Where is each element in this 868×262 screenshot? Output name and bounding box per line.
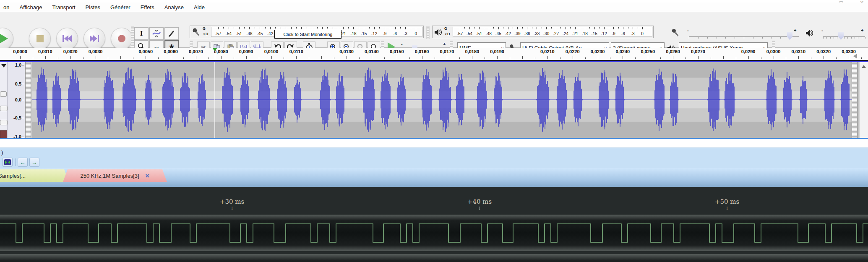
play-meter-right-label: ▼D bbox=[444, 32, 450, 36]
vertical-ruler[interactable]: 1,00,50,0-0,5-1,0 bbox=[8, 62, 25, 138]
meter-tick bbox=[527, 27, 527, 29]
recording-volume-slider[interactable] bbox=[689, 36, 799, 37]
meter-scale-label: -51 bbox=[236, 31, 242, 36]
tab-2[interactable]: 250 KHz,1M Samples[3]✕ bbox=[63, 169, 167, 182]
rec-vol-minus: - bbox=[687, 28, 689, 33]
slider-tick bbox=[847, 37, 848, 39]
vertical-scrollbar[interactable] bbox=[859, 62, 868, 138]
play-meter-left-label: G bbox=[444, 27, 447, 31]
ruler-major-tick bbox=[447, 56, 447, 59]
ruler-minor-tick bbox=[510, 57, 510, 59]
ruler-minor-tick bbox=[560, 57, 560, 59]
meter-minor-tick bbox=[327, 27, 328, 29]
stop-button[interactable] bbox=[29, 28, 51, 49]
vruler-label: -0,5 bbox=[13, 115, 21, 120]
menu-item-on[interactable]: on bbox=[3, 4, 9, 10]
ruler-major-tick bbox=[146, 56, 146, 59]
meter-gripper[interactable] bbox=[426, 26, 430, 39]
slider-tick bbox=[753, 37, 753, 39]
slider-tick bbox=[851, 37, 852, 39]
menu-item-transport[interactable]: Transport bbox=[52, 4, 75, 10]
meter-scale-label: -9 bbox=[612, 31, 615, 36]
menu-item-analyse[interactable]: Analyse bbox=[164, 4, 184, 10]
toolbar-dock: I↔* G ▼D -57-54-51-48-45-42-39-36-33-30-… bbox=[0, 12, 868, 48]
ruler-label: 0,0310 bbox=[792, 49, 806, 54]
slider-tick bbox=[826, 37, 827, 39]
pinned-head-icon[interactable] bbox=[853, 54, 857, 59]
recording-volume-thumb[interactable] bbox=[787, 32, 792, 40]
clip-left-grip[interactable] bbox=[25, 62, 31, 138]
meter-tick bbox=[343, 27, 344, 29]
meter-minor-tick bbox=[560, 27, 561, 29]
waveform-svg[interactable] bbox=[32, 62, 852, 138]
meter-scale-label: -42 bbox=[267, 31, 273, 36]
time-label-text: +40 ms bbox=[467, 198, 492, 205]
skip-to-end-button[interactable] bbox=[83, 28, 105, 49]
meter-scale-label: -39 bbox=[514, 31, 520, 36]
ruler-major-tick bbox=[648, 56, 648, 59]
meter-tick bbox=[604, 27, 605, 29]
ruler-minor-tick bbox=[610, 57, 610, 59]
track-menu-dropdown-icon[interactable] bbox=[1, 64, 6, 67]
tab-1[interactable]: Samples[... bbox=[0, 169, 69, 182]
meter-tick bbox=[218, 27, 219, 29]
ruler-major-tick bbox=[623, 56, 623, 59]
timeline-ruler[interactable]: 0,00000,00100,00200,00300,00500,00600,00… bbox=[0, 48, 868, 61]
slider-tick bbox=[717, 37, 717, 39]
play-meter-strip[interactable]: -57-54-51-48-45-42-39-36-33-30-27-24-21-… bbox=[453, 27, 652, 37]
meter-tick bbox=[594, 27, 595, 29]
slider-tick bbox=[780, 37, 781, 39]
envelope-tool-button[interactable] bbox=[149, 27, 164, 40]
ruler-major-tick bbox=[321, 56, 322, 59]
meter-scale-label: -27 bbox=[553, 31, 559, 36]
fit-to-window-button[interactable] bbox=[3, 158, 13, 167]
pan-slider-partial[interactable] bbox=[0, 106, 8, 111]
clip-right-grip[interactable] bbox=[852, 62, 858, 138]
draw-tool-button[interactable] bbox=[164, 27, 179, 40]
meter-scale-label: -18 bbox=[581, 31, 587, 36]
selection-tool-button[interactable]: I bbox=[134, 27, 149, 40]
meter-minor-tick bbox=[638, 27, 638, 29]
meter-minor-tick bbox=[255, 27, 255, 29]
playback-volume-thumb[interactable] bbox=[838, 32, 844, 40]
meter-tick bbox=[312, 27, 312, 29]
ruler-major-tick bbox=[422, 56, 422, 59]
ruler-major-tick bbox=[372, 56, 372, 59]
menu-item-générer[interactable]: Générer bbox=[110, 4, 130, 10]
menu-item-affichage[interactable]: Affichage bbox=[19, 4, 42, 10]
speaker-icon bbox=[434, 28, 443, 36]
menu-item-aide[interactable]: Aide bbox=[194, 4, 205, 10]
ruler-major-tick bbox=[598, 56, 598, 59]
record-button[interactable] bbox=[111, 28, 133, 49]
meter-scale-label: -48 bbox=[485, 31, 491, 36]
time-label-text: +50 ms bbox=[715, 198, 739, 205]
play-button[interactable] bbox=[0, 28, 13, 49]
vruler-tick bbox=[22, 100, 24, 100]
menu-item-effets[interactable]: Effets bbox=[141, 4, 154, 10]
extra-slider-partial[interactable] bbox=[0, 120, 8, 125]
ruler-minor-tick bbox=[535, 57, 535, 59]
scroll-up-icon[interactable] bbox=[862, 65, 866, 68]
playback-meter[interactable]: G ▼D -57-54-51-48-45-42-39-36-33-30-27-2… bbox=[432, 26, 654, 38]
gain-slider-partial[interactable] bbox=[0, 91, 7, 97]
slider-tick bbox=[689, 37, 689, 39]
meter-tick bbox=[575, 27, 576, 29]
playback-volume-slider[interactable] bbox=[823, 36, 865, 37]
meter-minor-tick bbox=[411, 27, 411, 29]
navigate-right-button[interactable]: → bbox=[29, 158, 39, 167]
ruler-label: 0,0070 bbox=[189, 49, 203, 54]
menu-item-pistes[interactable]: Pistes bbox=[86, 4, 100, 10]
track-control-panel[interactable] bbox=[0, 62, 8, 138]
vruler-tick bbox=[22, 65, 24, 65]
skip-to-start-button[interactable] bbox=[56, 28, 78, 49]
signal-panel[interactable]: +30 ms↓+40 ms↓+50 ms↓ bbox=[0, 187, 868, 262]
down-arrow-icon: ↓ bbox=[715, 206, 739, 210]
navigate-left-button[interactable]: ← bbox=[18, 158, 28, 167]
meter-minor-tick bbox=[317, 27, 318, 29]
waveform-display[interactable] bbox=[32, 62, 852, 138]
meter-scale-label: -18 bbox=[350, 31, 356, 36]
meter-scale-label: -12 bbox=[601, 31, 607, 36]
tab-close-icon[interactable]: ✕ bbox=[145, 173, 150, 179]
ruler-label: 0,0220 bbox=[566, 49, 580, 54]
meter-scale-label: -6 bbox=[393, 31, 397, 36]
